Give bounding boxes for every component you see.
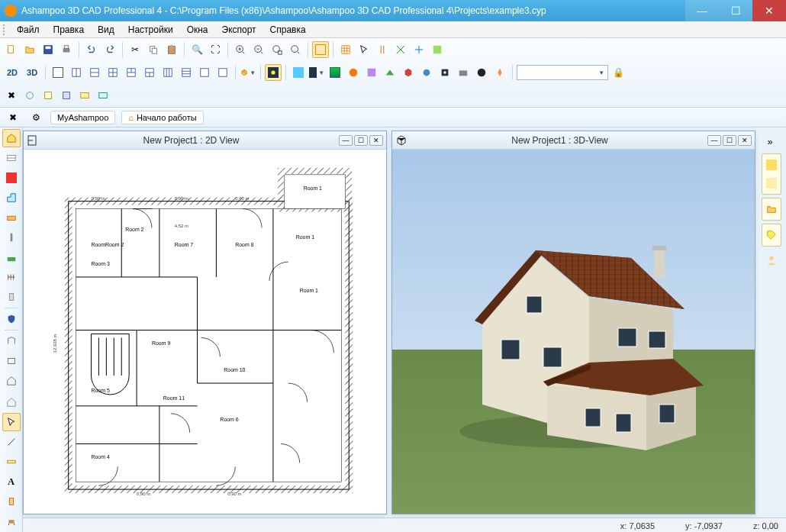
swatch-dark-icon[interactable]: ▼ [308,64,325,81]
tool-set-1-icon[interactable]: ✖ [3,87,20,104]
panel-item-1-icon[interactable] [764,157,779,172]
tool-fence-icon[interactable] [2,268,21,286]
layout-6-icon[interactable] [141,64,158,81]
tool-section-icon[interactable] [2,332,21,350]
tool-terrain-icon[interactable] [2,248,21,266]
menu-edit[interactable]: Правка [47,23,91,37]
palette-icon[interactable] [429,41,446,58]
chair-tool-icon[interactable] [2,512,21,530]
select-cursor-icon[interactable] [2,413,21,431]
render-10-icon[interactable] [491,64,508,81]
tool-wall-icon[interactable] [2,149,21,167]
menu-export[interactable]: Экспорт [216,23,263,37]
layout-5-icon[interactable] [123,64,140,81]
zoom-page-icon[interactable] [287,41,304,58]
pane-minimize-button[interactable]: — [339,135,353,146]
myashampoo-link[interactable]: MyAshampoo [50,111,115,124]
render-7-icon[interactable] [436,64,453,81]
zoom-in-icon[interactable] [232,41,249,58]
grid-toggle-icon[interactable] [337,41,354,58]
new-file-icon[interactable] [3,41,20,58]
sun-icon[interactable] [265,64,282,81]
copy-icon[interactable] [145,41,162,58]
layout-2-icon[interactable] [68,64,85,81]
select-frame-icon[interactable] [312,41,329,58]
building-outline-icon[interactable] [2,393,21,411]
getting-started-link[interactable]: ⌂Начало работы [121,111,203,124]
print-icon[interactable] [58,41,75,58]
undo-icon[interactable] [83,41,100,58]
line-tool-icon[interactable] [2,433,21,451]
tool-set-2-icon[interactable] [21,87,38,104]
render-1-icon[interactable] [327,64,343,81]
tool-set-5-icon[interactable] [76,87,93,104]
menu-windows[interactable]: Окна [181,23,214,37]
axis-icon[interactable] [392,41,409,58]
layout-1-icon[interactable] [50,64,66,81]
zoom-region-icon[interactable] [269,41,285,58]
cube-icon[interactable]: ▼ [240,64,256,81]
minimize-button[interactable]: — [685,0,719,21]
menu-help[interactable]: Справка [264,23,312,37]
cursor-icon[interactable] [356,41,372,58]
layout-8-icon[interactable] [178,64,195,81]
pane-2d-body[interactable]: RoomRoom 2 Room 3 Room 7 Room 8 Room 1 R… [24,150,386,514]
menu-file[interactable]: Файл [11,23,46,37]
maximize-button[interactable]: ☐ [719,0,752,21]
layout-3-icon[interactable] [86,64,103,81]
render-5-icon[interactable] [400,64,417,81]
layout-10-icon[interactable] [214,64,231,81]
tool-set-6-icon[interactable] [95,87,111,104]
text-tool-icon[interactable]: A [2,472,21,491]
link-set-1-icon[interactable]: ✖ [5,109,21,126]
2d-mode-button[interactable]: 2D [3,64,21,81]
redo-icon[interactable] [101,41,118,58]
pane-maximize-button[interactable]: ☐ [354,135,368,146]
ruler-icon[interactable] [2,453,21,471]
layout-7-icon[interactable] [159,64,176,81]
pane-3d-body[interactable] [392,150,755,514]
close-button[interactable]: ✕ [752,0,786,21]
swatch-blue-icon[interactable] [290,64,307,81]
paste-icon[interactable] [163,41,180,58]
3d-mode-button[interactable]: 3D [23,64,41,81]
pane3d-minimize-button[interactable]: — [707,135,721,146]
door-tool-icon[interactable] [2,492,21,511]
render-6-icon[interactable] [418,64,435,81]
zoom-full-icon[interactable]: ⛶ [207,41,224,58]
layout-4-icon[interactable] [105,64,121,81]
tool-pipe-icon[interactable] [2,228,21,247]
panel-item-2-icon[interactable] [764,176,779,191]
lock-icon[interactable]: 🔒 [610,64,627,81]
open-file-icon[interactable] [21,41,38,58]
unknown-tool-icon[interactable] [411,41,427,58]
render-2-icon[interactable] [345,64,362,81]
pane3d-close-button[interactable]: ✕ [738,135,752,146]
panel-folder-icon[interactable] [764,202,779,217]
tool-set-4-icon[interactable] [58,87,75,104]
layout-9-icon[interactable] [196,64,213,81]
building-tool-icon[interactable] [2,129,21,147]
tool-red-icon[interactable] [2,169,21,187]
tool-building2-icon[interactable] [2,372,21,390]
layer-combo[interactable]: ▼ [517,65,608,80]
zoom-out-icon[interactable] [250,41,267,58]
panel-person-icon[interactable] [764,253,779,268]
render-8-icon[interactable] [455,64,472,81]
tool-column-icon[interactable] [2,288,21,306]
cut-icon[interactable]: ✂ [127,41,143,58]
tool-shield-icon[interactable] [2,310,21,328]
tool-floor-icon[interactable] [2,208,21,227]
render-4-icon[interactable] [382,64,398,81]
save-icon[interactable] [40,41,56,58]
render-9-icon[interactable] [473,64,490,81]
tool-elevation-icon[interactable] [2,352,21,370]
zoom-icon[interactable]: 🔍 [188,41,205,58]
link-set-2-icon[interactable]: ⚙ [27,109,44,126]
tool-set-3-icon[interactable] [40,87,56,104]
menu-view[interactable]: Вид [92,23,121,37]
render-3-icon[interactable] [363,64,380,81]
expand-panel-icon[interactable]: » [762,134,778,150]
guide-lines-icon[interactable] [374,41,391,58]
pane-close-button[interactable]: ✕ [369,135,383,146]
